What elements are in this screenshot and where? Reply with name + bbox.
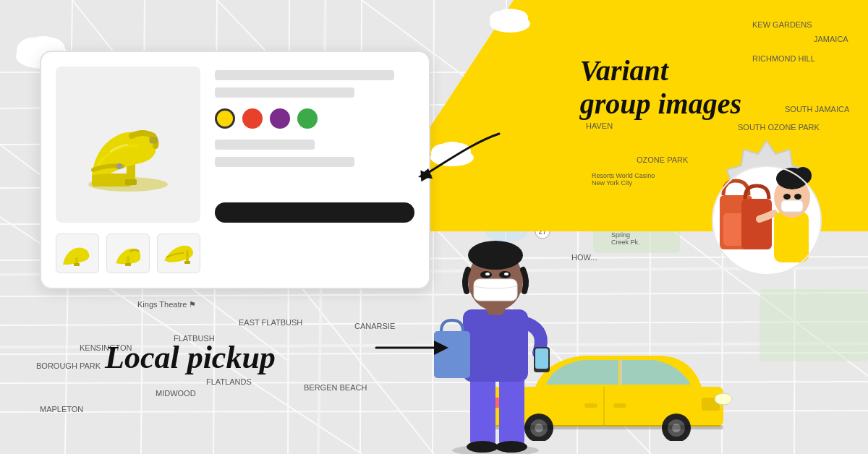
map-label-south-ozone: SOUTH OZONE PARK — [738, 123, 820, 132]
swatch-purple[interactable] — [270, 108, 290, 129]
svg-point-74 — [468, 241, 523, 270]
swatch-green[interactable] — [297, 108, 318, 129]
product-size-skeleton — [215, 157, 354, 167]
map-label-resorts-world: Resorts World CasinoNew York City — [592, 172, 655, 187]
product-subtitle-skeleton — [215, 87, 354, 98]
map-label-howard: HOW... — [571, 253, 597, 262]
svg-rect-87 — [613, 403, 626, 408]
swatch-yellow[interactable] — [215, 108, 235, 129]
svg-rect-59 — [125, 263, 131, 266]
svg-point-66 — [467, 441, 498, 453]
local-pickup-text: Local pickup — [105, 340, 276, 375]
svg-rect-57 — [74, 263, 80, 266]
svg-point-49 — [495, 9, 524, 25]
local-pickup-label: Local pickup — [105, 339, 276, 376]
map-label-jamaica: JAMAICA — [814, 35, 848, 43]
map-label-east-flatbush: EAST FLATBUSH — [239, 318, 302, 327]
svg-point-105 — [794, 194, 801, 200]
map-label-midwood: MIDWOOD — [156, 389, 196, 398]
variant-group-label: Variant group images — [580, 54, 741, 121]
svg-point-67 — [495, 441, 527, 453]
svg-rect-64 — [470, 374, 495, 447]
pickup-arrow — [369, 330, 456, 369]
add-to-cart-button[interactable] — [215, 202, 414, 223]
map-label-south-jamaica: SOUTH JAMAICA — [785, 105, 849, 113]
svg-rect-65 — [499, 374, 524, 447]
map-label-borough-park: BOROUGH PARK — [36, 361, 101, 370]
svg-rect-103 — [781, 200, 803, 212]
thumbnail-3[interactable] — [157, 234, 200, 273]
svg-rect-99 — [774, 212, 809, 262]
shopper-circle-illustration — [680, 134, 854, 307]
map-label-kings-theatre: Kings Theatre ⚑ — [137, 300, 196, 309]
variant-arrow — [412, 127, 514, 187]
swatch-red[interactable] — [242, 108, 263, 129]
card-details-section — [215, 67, 414, 223]
svg-rect-68 — [463, 309, 528, 382]
map-label-kew-gardens: KEW GARDENS — [752, 20, 812, 29]
map-label-flatlands: FLATLANDS — [206, 377, 252, 386]
svg-point-55 — [116, 163, 122, 169]
map-label-bergen-beach: BERGEN BEACH — [304, 383, 367, 392]
product-title-skeleton — [215, 70, 394, 80]
svg-rect-98 — [741, 199, 772, 249]
variant-label-line2: group images — [580, 87, 741, 120]
thumbnail-1[interactable] — [56, 234, 99, 273]
svg-rect-61 — [184, 261, 190, 264]
card-top-section — [56, 67, 414, 223]
thumbnail-2[interactable] — [106, 234, 150, 273]
product-card — [40, 51, 430, 289]
thumbnail-strip — [56, 234, 414, 273]
map-label-haven: HAVEN — [586, 121, 613, 130]
color-swatches — [215, 108, 414, 129]
map-label-richmond-hill: RICHMOND HILL — [752, 54, 815, 63]
svg-point-79 — [504, 273, 509, 275]
product-price-skeleton — [215, 140, 315, 150]
svg-rect-75 — [474, 279, 517, 301]
svg-rect-54 — [150, 137, 157, 143]
map-label-mapleton: MAPLETON — [40, 405, 83, 414]
svg-point-78 — [485, 273, 490, 275]
variant-label-line1: Variant — [580, 54, 668, 87]
svg-rect-71 — [535, 348, 548, 369]
product-image-area — [56, 67, 200, 223]
svg-rect-86 — [584, 403, 597, 408]
map-label-spring-creek: SpringCreek Pk. — [611, 231, 640, 246]
svg-point-83 — [715, 393, 732, 405]
svg-point-104 — [783, 194, 791, 200]
svg-rect-53 — [125, 179, 137, 185]
cloud-3 — [485, 4, 535, 35]
